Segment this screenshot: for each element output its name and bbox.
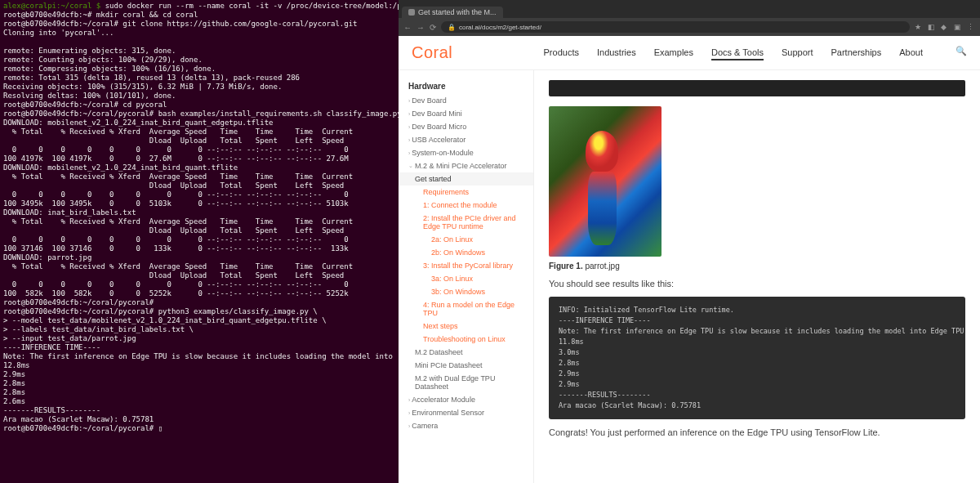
sidebar-item-dev-board-mini[interactable]: ›Dev Board Mini — [399, 107, 533, 120]
output-line: Resolving deltas: 100% (101/101), done. — [3, 92, 176, 100]
sidebar-item-step2b[interactable]: 2b: On Windows — [399, 246, 533, 259]
main-nav: Products Industries Examples Docs & Tool… — [544, 46, 967, 60]
cursor[interactable]: ▯ — [158, 424, 163, 432]
sidebar-item-step3[interactable]: 3: Install the PyCoral library — [399, 259, 533, 272]
sidebar-item-troubleshooting[interactable]: Troubleshooting on Linux — [399, 333, 533, 346]
output-line: 2.9ms — [3, 370, 25, 378]
sidebar-item-mini-datasheet[interactable]: Mini PCIe Datasheet — [399, 359, 533, 372]
output-line: % Total % Received % Xferd Average Speed… — [3, 172, 353, 190]
terminal-prompt: alex@coralpi:~/coral $ — [3, 2, 100, 10]
sidebar-item-m2-pcie[interactable]: ⌄M.2 & Mini PCIe Accelerator — [399, 159, 533, 172]
address-bar[interactable]: 🔒 coral.ai/docs/m2/get-started/ — [441, 21, 910, 33]
sidebar-item-next-steps[interactable]: Next steps — [399, 320, 533, 333]
chevron-right-icon: › — [408, 137, 410, 143]
browser-tab[interactable]: Get started with the M... — [402, 7, 503, 18]
extension-icon[interactable]: ◆ — [941, 23, 949, 31]
output-line: % Total % Received % Xferd Average Speed… — [3, 217, 353, 235]
terminal-line: root@b0700e49dcfb:~/coral/pycoral# — [3, 298, 154, 306]
sidebar-item-dev-board[interactable]: ›Dev Board — [399, 94, 533, 107]
terminal-line: root@b0700e49dcfb:~/coral# — [3, 101, 118, 109]
sidebar-item-dual-datasheet[interactable]: M.2 with Dual Edge TPU Datasheet — [399, 372, 533, 393]
output-line: 2.8ms — [3, 388, 25, 396]
sidebar-item-step3a[interactable]: 3a: On Linux — [399, 272, 533, 285]
extension-icon[interactable]: ▣ — [954, 23, 962, 31]
output-line: 0 0 0 0 0 0 0 0 --:--:-- --:--:-- --:--:… — [3, 190, 349, 208]
output-line: Ara macao (Scarlet Macaw): 0.75781 — [3, 415, 154, 423]
sidebar-item-accel-module[interactable]: ›Accelerator Module — [399, 393, 533, 406]
terminal-line: root@b0700e49dcfb:~/coral/pycoral# — [3, 110, 154, 118]
output-line: % Total % Received % Xferd Average Speed… — [3, 127, 353, 145]
output-line: remote: Enumerating objects: 315, done. — [3, 47, 176, 55]
sidebar-heading: Hardware — [399, 78, 533, 94]
extension-icon[interactable]: ◧ — [928, 23, 936, 31]
sidebar-item-step4[interactable]: 4: Run a model on the Edge TPU — [399, 298, 533, 320]
back-icon[interactable]: ← — [403, 23, 412, 32]
output-line: 2.8ms — [3, 379, 25, 387]
chevron-right-icon: › — [408, 98, 410, 104]
sidebar-item-camera[interactable]: ›Camera — [399, 419, 533, 432]
output-line: -------RESULTS-------- — [3, 406, 100, 414]
output-line: Cloning into 'pycoral'... — [3, 29, 114, 37]
output-line: remote: Counting objects: 100% (29/29), … — [3, 56, 203, 64]
output-line: remote: Total 315 (delta 18), reused 13 … — [3, 74, 300, 82]
output-line: 0 0 0 0 0 0 0 0 --:--:-- --:--:-- --:--:… — [3, 145, 349, 163]
command-text: python3 examples/classify_image.py \ — [158, 307, 318, 315]
sidebar-item-get-started[interactable]: Get started — [399, 172, 533, 186]
nav-docs[interactable]: Docs & Tools — [711, 46, 764, 60]
browser-window: Get started with the M... ← → ⟳ 🔒 coral.… — [399, 0, 980, 483]
url-text: coral.ai/docs/m2/get-started/ — [459, 24, 541, 31]
sidebar-item-step2[interactable]: 2: Install the PCIe driver and Edge TPU … — [399, 212, 533, 233]
sidebar-item-step2a[interactable]: 2a: On Linux — [399, 233, 533, 246]
nav-industries[interactable]: Industries — [597, 46, 636, 60]
chevron-right-icon: › — [408, 397, 410, 403]
output-line: DOWNLOAD: mobilenet_v2_1.0_224_inat_bird… — [3, 163, 238, 172]
command-text: bash examples/install_requirements.sh cl… — [158, 110, 399, 118]
sidebar-item-usb-accelerator[interactable]: ›USB Accelerator — [399, 133, 533, 146]
extension-icon[interactable]: ★ — [915, 23, 923, 31]
page-content: Coral Products Industries Examples Docs … — [399, 36, 980, 483]
tab-bar: Get started with the M... — [399, 0, 980, 18]
figure-caption: Figure 1. parrot.jpg — [549, 262, 965, 271]
code-block-prior — [549, 80, 965, 96]
paragraph: Congrats! You just performed an inferenc… — [549, 427, 965, 437]
paragraph: You should see results like this: — [549, 279, 965, 288]
lock-icon: 🔒 — [448, 24, 456, 31]
sidebar-item-step3b[interactable]: 3b: On Windows — [399, 285, 533, 298]
command-text: sudo docker run --rm --name coral -it -v… — [105, 2, 399, 10]
page-body: Hardware ›Dev Board ›Dev Board Mini ›Dev… — [399, 70, 980, 483]
nav-products[interactable]: Products — [544, 46, 579, 60]
menu-icon[interactable]: ⋮ — [967, 23, 975, 31]
command-text: > --labels test_data/inat_bird_labels.tx… — [3, 325, 194, 333]
sidebar-item-som[interactable]: ›System-on-Module — [399, 146, 533, 159]
terminal-window[interactable]: alex@coralpi:~/coral $ sudo docker run -… — [0, 0, 399, 483]
output-line: 12.8ms — [3, 361, 30, 369]
nav-partnerships[interactable]: Partnerships — [831, 46, 881, 60]
output-line: 0 0 0 0 0 0 0 0 --:--:-- --:--:-- --:--:… — [3, 280, 349, 297]
terminal-line: root@b0700e49dcfb:~/coral# — [3, 20, 118, 28]
output-line: 0 0 0 0 0 0 0 0 --:--:-- --:--:-- --:--:… — [3, 235, 349, 253]
terminal-line: root@b0700e49dcfb:~/coral/pycoral# — [3, 424, 154, 432]
search-icon[interactable]: 🔍 — [956, 46, 967, 60]
command-text: > --model test_data/mobilenet_v2_1.0_224… — [3, 316, 327, 324]
nav-about[interactable]: About — [899, 46, 923, 60]
sidebar-item-m2-datasheet[interactable]: M.2 Datasheet — [399, 346, 533, 359]
nav-examples[interactable]: Examples — [654, 46, 693, 60]
sidebar-item-env-sensor[interactable]: ›Environmental Sensor — [399, 406, 533, 419]
terminal-line: root@b0700e49dcfb:~# — [3, 11, 91, 19]
site-header: Coral Products Industries Examples Docs … — [399, 36, 980, 70]
reload-icon[interactable]: ⟳ — [430, 23, 436, 32]
output-line: % Total % Received % Xferd Average Speed… — [3, 262, 353, 280]
chevron-right-icon: › — [408, 150, 410, 156]
sidebar-item-requirements[interactable]: Requirements — [399, 186, 533, 199]
coral-logo[interactable]: Coral — [412, 43, 452, 62]
forward-icon[interactable]: → — [416, 23, 425, 32]
parrot-image — [549, 106, 662, 257]
sidebar-item-step1[interactable]: 1: Connect the module — [399, 199, 533, 212]
chevron-right-icon: › — [408, 111, 410, 117]
sidebar-item-dev-board-micro[interactable]: ›Dev Board Micro — [399, 120, 533, 133]
output-line: DOWNLOAD: mobilenet_v2_1.0_224_inat_bird… — [3, 119, 274, 127]
output-line: Note: The first inference on Edge TPU is… — [3, 352, 393, 360]
docs-sidebar[interactable]: Hardware ›Dev Board ›Dev Board Mini ›Dev… — [399, 70, 534, 483]
nav-support[interactable]: Support — [782, 46, 813, 60]
main-content[interactable]: Figure 1. parrot.jpg You should see resu… — [534, 70, 980, 483]
